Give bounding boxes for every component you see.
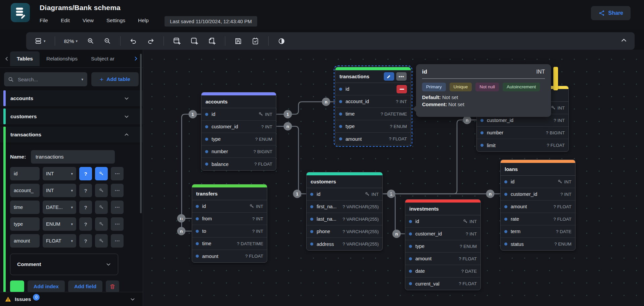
table-field-row[interactable]: customer_id? INT xyxy=(405,228,480,240)
table-field-row[interactable]: amount? FLOAT xyxy=(192,250,267,262)
table-field-row[interactable]: amount? FLOAT xyxy=(501,201,575,213)
add-field-button[interactable]: Add field xyxy=(68,280,102,293)
field-more-button[interactable]: ⋯ xyxy=(111,167,124,180)
table-color-swatch[interactable] xyxy=(10,280,24,293)
menu-item-edit[interactable]: Edit xyxy=(61,17,70,24)
tabs-scroll-left-button[interactable] xyxy=(4,56,9,61)
sidebar-item-accounts[interactable]: accounts xyxy=(0,90,143,106)
edit-table-button[interactable] xyxy=(384,72,394,81)
primary-key-toggle[interactable] xyxy=(95,184,108,197)
table-field-row[interactable]: balance? FLOAT xyxy=(201,158,276,170)
table-search[interactable]: ▾ xyxy=(4,72,87,86)
table-name-input[interactable] xyxy=(31,150,115,164)
field-type-dropdown[interactable]: ENUM▾ xyxy=(43,217,76,231)
zoom-level-dropdown[interactable]: 82% ▾ xyxy=(62,37,80,46)
field-type-dropdown[interactable]: INT▾ xyxy=(43,184,76,197)
field-name-button[interactable]: type xyxy=(10,217,40,231)
add-note-button[interactable] xyxy=(205,35,218,47)
table-field-row[interactable]: type? ENUM xyxy=(335,120,411,133)
table-title-row[interactable]: loans xyxy=(501,163,575,176)
table-field-row[interactable]: type? ENUM xyxy=(405,240,480,253)
table-field-row[interactable]: limit? FLOAT xyxy=(477,139,568,151)
table-field-row[interactable]: time? DATETIME xyxy=(192,237,267,250)
diagram-table-accounts[interactable]: accountsidINTcustomer_id? INTtype? ENUMn… xyxy=(201,92,276,171)
zoom-in-button[interactable] xyxy=(85,36,97,46)
field-type-dropdown[interactable]: FLOAT▾ xyxy=(43,234,76,248)
share-button[interactable]: Share xyxy=(591,6,631,20)
field-name-button[interactable]: amount xyxy=(10,234,40,248)
table-field-row[interactable]: number? BIGINT xyxy=(201,145,276,158)
field-type-dropdown[interactable]: INT▾ xyxy=(43,167,76,180)
field-name-button[interactable]: time xyxy=(10,201,40,214)
table-title-row[interactable]: transfers xyxy=(192,187,267,200)
document-title[interactable]: Diagrams/Bank schema xyxy=(40,4,121,12)
table-field-row[interactable]: time? DATETIME xyxy=(335,108,411,120)
chevron-down-icon[interactable] xyxy=(130,297,135,302)
note-sliver[interactable] xyxy=(553,67,558,90)
field-more-button[interactable]: ⋯ xyxy=(111,201,124,214)
sidebar-item-customers[interactable]: customers xyxy=(0,108,143,124)
relationship-line[interactable] xyxy=(276,126,306,194)
table-field-row[interactable]: date? DATE xyxy=(405,265,480,277)
table-field-row[interactable]: idINT xyxy=(307,188,382,201)
table-field-row[interactable]: amount? FLOAT xyxy=(335,133,411,145)
primary-key-toggle[interactable] xyxy=(95,167,108,180)
diagram-table-transactions[interactable]: transactions•••idaccount_id? INTtime? DA… xyxy=(335,67,411,145)
table-title-row[interactable]: customers xyxy=(307,175,382,188)
header-layout-button[interactable]: ▾ xyxy=(32,36,48,46)
diagram-table-loans[interactable]: loansidINTcustomer_id? INTamount? FLOATr… xyxy=(500,160,576,251)
primary-key-toggle[interactable] xyxy=(95,201,108,214)
issues-bar[interactable]: Issues 0 xyxy=(0,292,143,306)
field-type-dropdown[interactable]: DATE...▾ xyxy=(43,201,76,214)
menu-item-file[interactable]: File xyxy=(40,17,48,24)
add-table-sidebar-button[interactable]: + Add table xyxy=(91,72,139,86)
table-title-row[interactable]: investments xyxy=(405,203,480,215)
table-title-row[interactable]: accounts xyxy=(201,95,276,108)
add-area-button[interactable] xyxy=(188,35,201,47)
table-field-row[interactable]: idINT xyxy=(192,200,267,213)
nullable-toggle[interactable]: ? xyxy=(79,184,92,197)
field-name-button[interactable]: id xyxy=(10,167,40,180)
table-field-row[interactable]: idINT xyxy=(405,215,480,228)
field-more-button[interactable]: ⋯ xyxy=(111,217,124,231)
table-field-row[interactable]: number? BIGINT xyxy=(477,127,568,139)
field-name-button[interactable]: account_ xyxy=(10,184,40,197)
add-index-button[interactable]: Add index xyxy=(28,280,65,293)
delete-field-button[interactable] xyxy=(397,85,407,93)
nullable-toggle[interactable]: ? xyxy=(79,217,92,231)
table-field-row[interactable]: address? VARCHAR(255) xyxy=(307,238,382,250)
tabs-scroll-right-button[interactable] xyxy=(133,56,139,61)
table-field-row[interactable]: phone? VARCHAR(255) xyxy=(307,225,382,238)
table-field-row[interactable]: customer_id? INT xyxy=(501,188,575,201)
table-field-row[interactable]: term? DATE xyxy=(501,225,575,238)
primary-key-toggle[interactable] xyxy=(95,234,108,248)
table-field-row[interactable]: customer_id? INT xyxy=(201,121,276,133)
table-field-row[interactable]: idINT xyxy=(501,176,575,188)
diagram-table-investments[interactable]: investmentsidINTcustomer_id? INTtype? EN… xyxy=(405,199,481,290)
table-field-row[interactable]: type? ENUM xyxy=(201,133,276,145)
field-more-button[interactable]: ⋯ xyxy=(111,184,124,197)
table-field-row[interactable]: idINT xyxy=(201,108,276,121)
undo-button[interactable] xyxy=(127,36,140,47)
theme-toggle-button[interactable] xyxy=(275,36,288,47)
table-field-row[interactable]: rate? FLOAT xyxy=(501,213,575,225)
menu-item-help[interactable]: Help xyxy=(138,17,149,24)
tab-subject-ar[interactable]: Subject ar xyxy=(84,51,121,66)
tab-relationships[interactable]: Relationships xyxy=(40,51,84,66)
table-field-row[interactable]: first_na...? VARCHAR(255) xyxy=(307,201,382,213)
table-field-row[interactable]: from? INT xyxy=(192,213,267,225)
app-logo[interactable] xyxy=(11,3,30,22)
nullable-toggle[interactable]: ? xyxy=(79,201,92,214)
nullable-toggle[interactable]: ? xyxy=(79,234,92,248)
relationship-line[interactable] xyxy=(383,194,405,234)
sidebar-item-transactions[interactable]: transactions xyxy=(0,127,143,142)
menu-item-settings[interactable]: Settings xyxy=(106,17,125,24)
diagram-canvas[interactable]: 1nn1nn11nnn accountsidINTcustomer_id? IN… xyxy=(143,50,644,306)
redo-button[interactable] xyxy=(144,36,157,47)
add-table-button[interactable] xyxy=(171,35,183,47)
save-button[interactable] xyxy=(232,36,244,47)
toolbar-collapse-button[interactable] xyxy=(620,37,627,44)
delete-table-button[interactable] xyxy=(106,280,119,293)
table-field-row[interactable]: to? INT xyxy=(192,225,267,237)
table-field-row[interactable]: id xyxy=(335,83,411,95)
